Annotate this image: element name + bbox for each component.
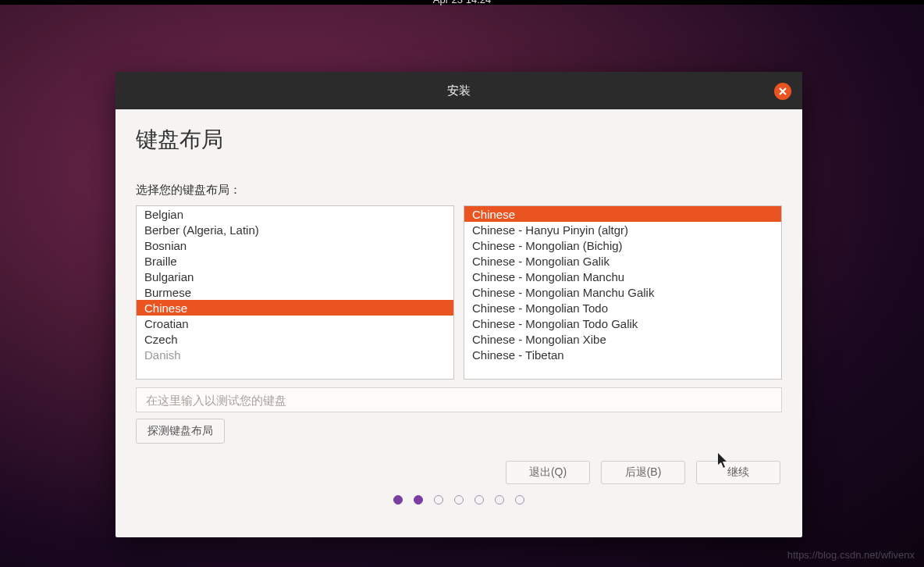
progress-dot	[474, 495, 484, 505]
list-item[interactable]: Czech	[137, 331, 453, 347]
page-prompt: 选择您的键盘布局：	[136, 183, 782, 198]
close-icon	[779, 87, 787, 95]
detect-layout-button[interactable]: 探测键盘布局	[136, 419, 225, 444]
nav-buttons: 退出(Q) 后退(B) 继续	[136, 461, 782, 484]
list-item[interactable]: Belgian	[137, 206, 453, 222]
keyboard-lists: BelgianBerber (Algeria, Latin)BosnianBra…	[136, 205, 782, 380]
installer-window: 安装 键盘布局 选择您的键盘布局： BelgianBerber (Algeria…	[116, 72, 802, 537]
progress-dot	[393, 495, 403, 505]
continue-button[interactable]: 继续	[696, 461, 780, 484]
progress-dot	[454, 495, 464, 505]
list-item[interactable]: Chinese - Tibetan	[464, 347, 781, 362]
back-button[interactable]: 后退(B)	[601, 461, 685, 484]
list-item[interactable]: Chinese - Mongolian Manchu Galik	[464, 284, 781, 300]
progress-dot	[515, 495, 524, 505]
test-input-row	[136, 387, 782, 412]
list-item[interactable]: Chinese - Mongolian Todo Galik	[464, 316, 781, 331]
list-item[interactable]: Chinese - Mongolian (Bichig)	[464, 237, 781, 253]
list-item[interactable]: Chinese - Mongolian Xibe	[464, 331, 781, 347]
list-item[interactable]: Chinese - Mongolian Manchu	[464, 269, 781, 284]
close-button[interactable]	[774, 83, 791, 100]
list-item[interactable]: Berber (Algeria, Latin)	[137, 222, 453, 237]
list-item[interactable]: Chinese - Mongolian Galik	[464, 253, 781, 269]
list-item[interactable]: Braille	[137, 253, 453, 269]
installer-content: 键盘布局 选择您的键盘布局： BelgianBerber (Algeria, L…	[116, 109, 802, 537]
list-item[interactable]: Chinese - Hanyu Pinyin (altgr)	[464, 222, 781, 237]
list-item[interactable]: Croatian	[137, 316, 453, 331]
list-item[interactable]: Bosnian	[137, 237, 453, 253]
progress-dot	[495, 495, 504, 505]
window-title: 安装	[447, 84, 471, 98]
list-item[interactable]: Danish	[137, 347, 453, 362]
progress-dot	[414, 495, 423, 505]
progress-dot	[434, 495, 443, 505]
progress-dots	[136, 484, 782, 519]
watermark: https://blog.csdn.net/wfivenx	[787, 549, 915, 561]
layouts-listbox[interactable]: BelgianBerber (Algeria, Latin)BosnianBra…	[136, 205, 454, 380]
quit-button[interactable]: 退出(Q)	[506, 461, 590, 484]
variants-listbox[interactable]: ChineseChinese - Hanyu Pinyin (altgr)Chi…	[464, 205, 782, 380]
page-heading: 键盘布局	[136, 125, 782, 155]
list-item[interactable]: Chinese - Mongolian Todo	[464, 300, 781, 316]
clock: Apr 23 14:24	[433, 0, 491, 5]
list-item[interactable]: Chinese	[137, 300, 453, 316]
window-titlebar: 安装	[116, 72, 802, 109]
keyboard-test-input[interactable]	[136, 387, 782, 412]
list-item[interactable]: Bulgarian	[137, 269, 453, 284]
list-item[interactable]: Chinese	[464, 206, 781, 222]
detect-row: 探测键盘布局	[136, 419, 782, 444]
list-item[interactable]: Burmese	[137, 284, 453, 300]
system-topbar: Apr 23 14:24	[0, 0, 924, 5]
